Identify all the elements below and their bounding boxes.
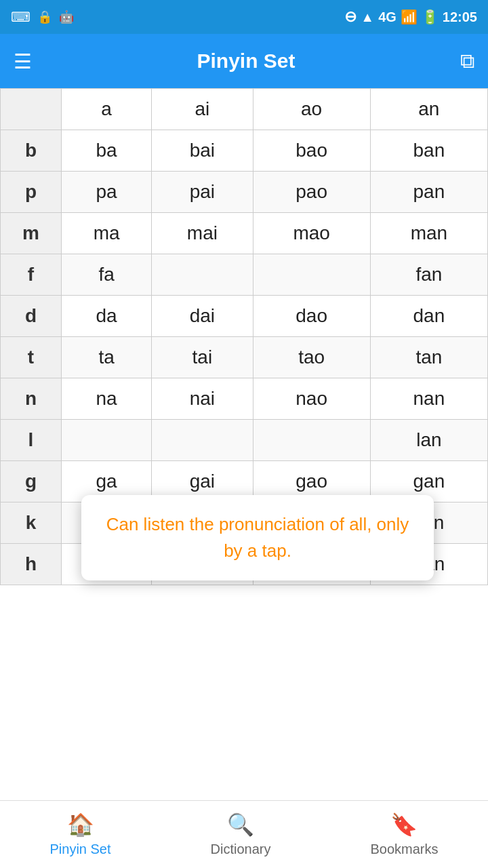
battery-icon: 🔋	[422, 9, 439, 25]
nav-label-bookmarks: Bookmarks	[370, 842, 438, 857]
status-bar-left: ⌨ 🔒 🤖	[11, 9, 74, 25]
nav-item-bookmarks[interactable]: 🔖 Bookmarks	[370, 812, 438, 857]
row-initial-l: l	[1, 420, 62, 461]
export-icon[interactable]: ⧉	[460, 50, 474, 73]
cell-f-2[interactable]	[253, 254, 370, 296]
search-icon: 🔍	[227, 812, 254, 837]
row-initial-t: t	[1, 337, 62, 378]
header-initial	[1, 89, 62, 130]
cell-b-1[interactable]: bai	[152, 130, 253, 172]
status-bar-right: ⊖ ▲ 4G 📶 🔋 12:05	[344, 8, 477, 26]
minus-icon: ⊖	[344, 8, 357, 26]
nav-label-pinyin-set: Pinyin Set	[49, 842, 110, 857]
header-ai: ai	[152, 89, 253, 130]
cell-l-0[interactable]	[62, 420, 152, 461]
table-row[interactable]: mmamaimaoman	[1, 213, 488, 254]
cell-d-2[interactable]: dao	[253, 296, 370, 337]
cell-b-3[interactable]: ban	[370, 130, 487, 172]
cell-m-0[interactable]: ma	[62, 213, 152, 254]
bottom-nav: 🏠 Pinyin Set 🔍 Dictionary 🔖 Bookmarks	[0, 800, 488, 868]
table-row[interactable]: ffafan	[1, 254, 488, 296]
bookmark-icon: 🔖	[390, 812, 418, 837]
signal-label: 4G	[378, 9, 396, 25]
cell-f-0[interactable]: fa	[62, 254, 152, 296]
cell-l-2[interactable]	[253, 420, 370, 461]
home-icon: 🏠	[67, 812, 94, 837]
cell-m-2[interactable]: mao	[253, 213, 370, 254]
table-row[interactable]: llan	[1, 420, 488, 461]
cell-b-2[interactable]: bao	[253, 130, 370, 172]
row-initial-g: g	[1, 461, 62, 502]
signal-bars-icon: 📶	[401, 9, 418, 25]
cell-f-3[interactable]: fan	[370, 254, 487, 296]
wifi-icon: ▲	[361, 9, 374, 25]
row-initial-m: m	[1, 213, 62, 254]
table-row[interactable]: bbabaibaoban	[1, 130, 488, 172]
cell-t-1[interactable]: tai	[152, 337, 253, 378]
menu-icon[interactable]: ☰	[14, 50, 32, 73]
table-row[interactable]: ttataitaotan	[1, 337, 488, 378]
lock-icon: 🔒	[37, 9, 52, 24]
cell-m-1[interactable]: mai	[152, 213, 253, 254]
table-row[interactable]: ppapaipaopan	[1, 172, 488, 213]
android-icon: 🤖	[59, 9, 74, 24]
table-row[interactable]: ddadaidaodan	[1, 296, 488, 337]
table-header-row: a ai ao an	[1, 89, 488, 130]
time-label: 12:05	[443, 9, 477, 25]
table-row[interactable]: nnanainaonan	[1, 378, 488, 420]
cell-l-1[interactable]	[152, 420, 253, 461]
row-initial-k: k	[1, 502, 62, 544]
cell-p-0[interactable]: pa	[62, 172, 152, 213]
cell-p-3[interactable]: pan	[370, 172, 487, 213]
cell-d-1[interactable]: dai	[152, 296, 253, 337]
nav-item-pinyin-set[interactable]: 🏠 Pinyin Set	[49, 812, 110, 857]
row-initial-h: h	[1, 544, 62, 585]
row-initial-f: f	[1, 254, 62, 296]
cell-m-3[interactable]: man	[370, 213, 487, 254]
cell-p-1[interactable]: pai	[152, 172, 253, 213]
header-ao: ao	[253, 89, 370, 130]
cell-t-3[interactable]: tan	[370, 337, 487, 378]
cell-t-0[interactable]: ta	[62, 337, 152, 378]
row-initial-n: n	[1, 378, 62, 420]
row-initial-p: p	[1, 172, 62, 213]
pronunciation-tooltip: Can listen the pronunciation of all, onl…	[81, 495, 434, 580]
cell-n-3[interactable]: nan	[370, 378, 487, 420]
nav-item-dictionary[interactable]: 🔍 Dictionary	[211, 812, 271, 857]
cell-n-0[interactable]: na	[62, 378, 152, 420]
cell-t-2[interactable]: tao	[253, 337, 370, 378]
cell-b-0[interactable]: ba	[62, 130, 152, 172]
status-bar: ⌨ 🔒 🤖 ⊖ ▲ 4G 📶 🔋 12:05	[0, 0, 488, 34]
nav-label-dictionary: Dictionary	[211, 842, 271, 857]
tooltip-text: Can listen the pronunciation of all, onl…	[106, 514, 409, 561]
keyboard-icon: ⌨	[11, 9, 30, 25]
row-initial-d: d	[1, 296, 62, 337]
cell-f-1[interactable]	[152, 254, 253, 296]
cell-n-2[interactable]: nao	[253, 378, 370, 420]
cell-p-2[interactable]: pao	[253, 172, 370, 213]
row-initial-b: b	[1, 130, 62, 172]
header-an: an	[370, 89, 487, 130]
app-bar: ☰ Pinyin Set ⧉	[0, 34, 488, 88]
cell-l-3[interactable]: lan	[370, 420, 487, 461]
cell-d-3[interactable]: dan	[370, 296, 487, 337]
cell-n-1[interactable]: nai	[152, 378, 253, 420]
cell-d-0[interactable]: da	[62, 296, 152, 337]
app-bar-title: Pinyin Set	[197, 50, 295, 73]
header-a: a	[62, 89, 152, 130]
